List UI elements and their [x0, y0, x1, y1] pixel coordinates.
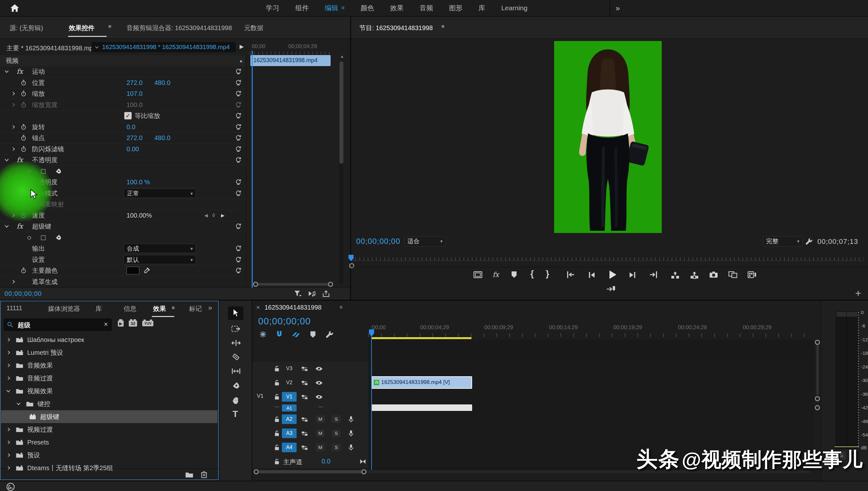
tab-project[interactable]: 11111 [6, 305, 23, 312]
zoom-fit-select[interactable]: 适合 ▾ [404, 236, 446, 247]
vzoom-handle-mid[interactable] [815, 396, 820, 401]
go-to-out-icon[interactable] [649, 270, 658, 279]
play-audio-icon[interactable] [308, 290, 316, 297]
stopwatch-icon[interactable] [21, 268, 27, 274]
ec-row-scale[interactable]: 缩放 107.0 [0, 88, 245, 99]
sync-lock-icon[interactable] [301, 417, 308, 423]
clear-search-icon[interactable]: × [104, 320, 108, 328]
tree-item-video-effects[interactable]: 视频效果 [1, 384, 217, 397]
vzoom-handle-top[interactable] [815, 340, 820, 345]
timeline-playhead-line[interactable] [371, 335, 372, 470]
hand-tool[interactable] [232, 396, 240, 404]
workspace-tab-effects[interactable]: 效果 [390, 3, 404, 12]
reset-icon[interactable] [235, 223, 242, 229]
stopwatch-icon[interactable] [21, 80, 27, 86]
ellipse-mask-icon[interactable]: ○ [27, 233, 32, 242]
ec-timecode[interactable]: 00;00;00;00 [4, 290, 42, 297]
lift-icon[interactable] [671, 271, 680, 279]
32bit-effects-badge[interactable]: 32 [129, 320, 137, 326]
ec-scrollbar-thumb[interactable] [340, 61, 343, 164]
track-content-v3[interactable] [368, 362, 814, 376]
solo-button[interactable]: S [332, 443, 341, 451]
home-button[interactable] [8, 2, 22, 14]
caret-right-icon[interactable] [7, 376, 11, 380]
reset-icon[interactable] [235, 245, 242, 252]
comparison-view-icon[interactable] [728, 271, 737, 279]
fit-bowtie-icon[interactable] [360, 459, 366, 464]
lock-icon[interactable] [274, 379, 280, 386]
mute-button[interactable]: M [316, 415, 325, 423]
selection-tool[interactable] [228, 307, 243, 320]
track-badge-v1[interactable]: V1 [282, 392, 297, 402]
collapse-up-icon[interactable]: ▲ [239, 58, 243, 63]
program-ruler[interactable] [351, 255, 868, 262]
step-back-icon[interactable] [587, 271, 596, 279]
mute-button[interactable]: M [316, 443, 325, 451]
track-header-master[interactable]: 主声道 0.0 [252, 455, 368, 469]
ec-scrollbar-track[interactable] [340, 60, 343, 284]
eyedropper-icon[interactable] [144, 267, 150, 274]
reset-icon[interactable] [235, 90, 242, 97]
caret-right-icon[interactable] [11, 125, 16, 129]
lock-icon[interactable] [274, 416, 280, 423]
button-editor-icon[interactable] [748, 271, 756, 279]
reset-icon[interactable] [235, 113, 242, 119]
zoom-handle-right[interactable] [361, 469, 366, 474]
razor-tool[interactable] [232, 352, 240, 361]
master-clip-label[interactable]: 主要 * 1625309414831998.mp4 [6, 44, 96, 53]
program-video-preview[interactable] [554, 41, 662, 233]
caret-right-icon[interactable] [11, 147, 16, 151]
position-x-value[interactable]: 272.0 [126, 79, 143, 87]
global-fx-mute-icon[interactable]: fx [493, 271, 499, 279]
setting-select[interactable]: 默认 ▾ [124, 255, 196, 264]
yuv-effects-badge[interactable]: YUV [142, 321, 153, 326]
effects-panel-menu-icon[interactable]: ≡ [172, 305, 175, 311]
ec-expand-icon[interactable]: ▶ [240, 43, 244, 50]
tab-source-monitor[interactable]: 源: (无剪辑) [10, 24, 43, 32]
solo-button[interactable]: S [332, 415, 341, 423]
ec-playhead[interactable] [252, 51, 253, 288]
rect-mask-icon[interactable]: □ [41, 233, 46, 242]
caret-right-icon[interactable] [7, 428, 11, 432]
timeline-timecode[interactable]: 00;00;00;00 [258, 316, 311, 326]
track-header-a2[interactable]: A2 M S [252, 412, 368, 427]
ec-row-motion[interactable]: fx 运动 [0, 66, 245, 77]
reset-icon[interactable] [235, 68, 242, 75]
linked-selection-icon[interactable] [291, 331, 301, 339]
audio-clip[interactable] [372, 404, 472, 411]
tab-info[interactable]: 信息 [124, 305, 136, 313]
track-header-a3[interactable]: A3 M S [252, 426, 368, 441]
rotation-value[interactable]: 0.0 [126, 123, 135, 131]
track-badge-a4[interactable]: A4 [282, 442, 297, 452]
track-badge-a2[interactable]: A2 [282, 414, 297, 424]
ec-row-output[interactable]: 输出 合成 ▾ [0, 243, 245, 254]
reset-icon[interactable] [235, 157, 242, 163]
workspace-overflow-icon[interactable]: » [616, 4, 620, 13]
uniform-scale-checkbox[interactable]: ✓ [124, 112, 132, 119]
ec-mini-scrollbar[interactable] [253, 282, 333, 287]
sync-lock-icon[interactable] [301, 380, 308, 386]
timeline-settings-wrench-icon[interactable] [326, 330, 334, 339]
reset-icon[interactable] [235, 190, 242, 197]
caret-right-icon[interactable] [11, 280, 16, 284]
lock-icon[interactable] [274, 444, 280, 451]
caret-right-icon[interactable] [7, 466, 11, 470]
source-patch-v1[interactable]: V1 [257, 393, 264, 399]
new-bin-icon[interactable] [185, 471, 193, 478]
tab-markers[interactable]: 标记 [189, 305, 204, 313]
anchor-y-value[interactable]: 480.0 [154, 134, 170, 142]
lock-icon[interactable] [274, 430, 280, 436]
stopwatch-icon[interactable] [21, 146, 27, 152]
lock-icon[interactable] [274, 365, 280, 372]
tree-item-audio-transitions[interactable]: 音频过渡 [1, 372, 217, 384]
workspace-tab-libraries[interactable]: 库 [478, 3, 485, 12]
eye-icon[interactable] [315, 380, 323, 385]
track-badge-v2[interactable]: V2 [282, 378, 297, 387]
track-header-v1[interactable]: V1 V1 [252, 390, 368, 404]
tree-item-lumetri-presets[interactable]: Lumetri 预设 [1, 346, 217, 359]
workspace-tab-learn[interactable]: 学习 [266, 3, 279, 12]
tree-item-audio-effects[interactable]: 音频效果 [1, 359, 217, 372]
workspace-tab-edit-menu-icon[interactable]: ≡ [341, 5, 345, 11]
ec-row-matte-generation[interactable]: 遮罩生成 [0, 276, 245, 288]
nest-insert-icon[interactable] [259, 330, 267, 339]
